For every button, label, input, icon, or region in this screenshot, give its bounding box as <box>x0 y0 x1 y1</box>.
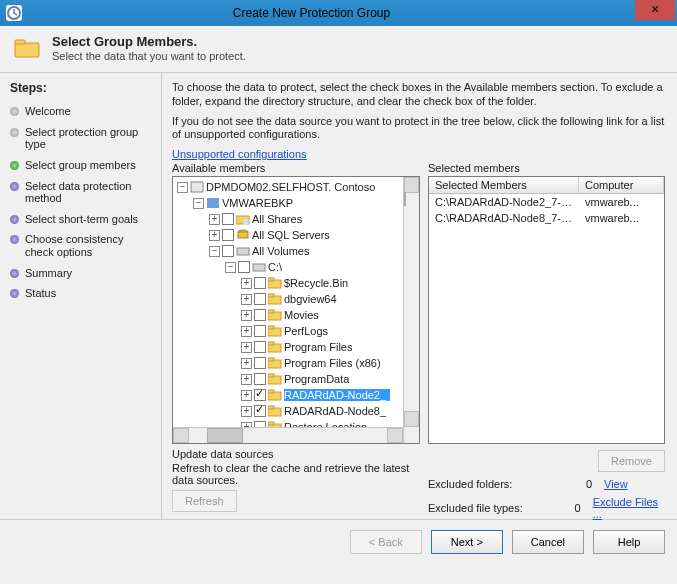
tree-folder[interactable]: RADARdAD-Node2_ <box>284 389 390 401</box>
tree-folder[interactable]: PerfLogs <box>284 325 332 337</box>
folder-icon <box>268 389 282 401</box>
tree-folder[interactable]: Program Files (x86) <box>284 357 385 369</box>
table-row[interactable]: C:\RADARdAD-Node8_7-26-6-...vmwareb... <box>429 210 664 226</box>
tree-folder[interactable]: dbgview64 <box>284 293 341 305</box>
expander-icon[interactable]: + <box>241 278 252 289</box>
tree-drive[interactable]: C:\ <box>268 261 282 273</box>
checkbox[interactable] <box>254 341 266 353</box>
column-header-computer[interactable]: Computer <box>579 177 664 193</box>
expander-icon[interactable]: + <box>241 294 252 305</box>
cell-computer: vmwareb... <box>579 194 664 210</box>
step-bullet-icon <box>10 107 19 116</box>
expander-icon[interactable]: + <box>209 214 220 225</box>
expander-icon[interactable]: + <box>241 358 252 369</box>
scroll-thumb[interactable] <box>404 192 406 206</box>
expander-icon[interactable]: − <box>177 182 188 193</box>
header-icon <box>14 37 42 59</box>
horizontal-scrollbar[interactable] <box>173 427 403 443</box>
exclude-files-link[interactable]: Exclude Files ... <box>593 496 665 520</box>
checkbox[interactable] <box>238 261 250 273</box>
available-members-tree[interactable]: − DPMDOM02.SELFHOST. Contoso − <box>172 176 420 444</box>
step-item[interactable]: Select data protection method <box>8 176 157 209</box>
scroll-right-icon[interactable] <box>387 428 403 443</box>
table-row[interactable]: C:\RADARdAD-Node2_7-26-6-...vmwareb... <box>429 194 664 210</box>
step-item[interactable]: Select group members <box>8 155 157 176</box>
step-item[interactable]: Welcome <box>8 101 157 122</box>
step-item[interactable]: Select protection group type <box>8 122 157 155</box>
checkbox[interactable] <box>254 277 266 289</box>
checkbox[interactable] <box>254 293 266 305</box>
checkbox[interactable] <box>222 245 234 257</box>
cell-computer: vmwareb... <box>579 210 664 226</box>
scroll-down-icon[interactable] <box>404 411 419 427</box>
expander-icon[interactable]: + <box>241 342 252 353</box>
unsupported-configurations-link[interactable]: Unsupported configurations <box>172 148 307 160</box>
expander-icon[interactable]: + <box>241 310 252 321</box>
checkbox[interactable] <box>254 405 266 417</box>
checkbox[interactable] <box>222 213 234 225</box>
close-icon: × <box>651 1 659 17</box>
checkbox[interactable] <box>254 373 266 385</box>
svg-rect-1 <box>15 43 39 57</box>
expander-icon[interactable]: + <box>241 374 252 385</box>
folder-icon <box>268 357 282 369</box>
server-icon <box>206 197 220 209</box>
expander-icon[interactable]: − <box>209 246 220 257</box>
checkbox[interactable] <box>254 309 266 321</box>
expander-icon[interactable]: − <box>193 198 204 209</box>
next-button[interactable]: Next > <box>431 530 503 554</box>
view-excluded-link[interactable]: View <box>604 478 628 490</box>
remove-button[interactable]: Remove <box>598 450 665 472</box>
step-item[interactable]: Status <box>8 283 157 304</box>
help-button[interactable]: Help <box>593 530 665 554</box>
scroll-left-icon[interactable] <box>173 428 189 443</box>
expander-icon[interactable]: + <box>241 390 252 401</box>
tree-group[interactable]: All Shares <box>252 213 302 225</box>
checkbox[interactable] <box>254 389 266 401</box>
tree-folder[interactable]: $Recycle.Bin <box>284 277 352 289</box>
step-label: Welcome <box>25 105 71 118</box>
checkbox[interactable] <box>222 229 234 241</box>
expander-icon[interactable]: + <box>241 406 252 417</box>
step-item[interactable]: Select short-term goals <box>8 209 157 230</box>
expander-icon[interactable]: + <box>241 326 252 337</box>
step-bullet-icon <box>10 182 19 191</box>
window-title: Create New Protection Group <box>0 6 635 20</box>
expander-icon[interactable]: − <box>225 262 236 273</box>
svg-rect-20 <box>268 342 274 345</box>
tree-server[interactable]: VMWAREBKP <box>222 197 293 209</box>
step-item[interactable]: Choose consistency check options <box>8 229 157 262</box>
svg-rect-4 <box>207 198 219 208</box>
refresh-button[interactable]: Refresh <box>172 490 237 512</box>
step-bullet-icon <box>10 235 19 244</box>
scroll-up-icon[interactable] <box>404 177 419 193</box>
svg-rect-9 <box>237 248 249 255</box>
tree-group[interactable]: All Volumes <box>252 245 309 257</box>
cancel-button[interactable]: Cancel <box>512 530 584 554</box>
folder-icon <box>268 293 282 305</box>
step-bullet-icon <box>10 161 19 170</box>
folder-icon <box>268 309 282 321</box>
tree-folder[interactable]: Program Files <box>284 341 356 353</box>
selected-members-grid[interactable]: Selected Members Computer C:\RADARdAD-No… <box>428 176 665 444</box>
scroll-thumb[interactable] <box>207 428 243 443</box>
step-item[interactable]: Summary <box>8 263 157 284</box>
tree-group[interactable]: All SQL Servers <box>252 229 330 241</box>
expander-icon[interactable]: + <box>209 230 220 241</box>
back-button[interactable]: < Back <box>350 530 422 554</box>
tree-folder[interactable]: Movies <box>284 309 323 321</box>
tree-folder[interactable]: ProgramData <box>284 373 353 385</box>
cell-member: C:\RADARdAD-Node2_7-26-6-... <box>429 194 579 210</box>
step-bullet-icon <box>10 215 19 224</box>
folder-icon <box>268 325 282 337</box>
checkbox[interactable] <box>254 325 266 337</box>
vertical-scrollbar[interactable] <box>403 177 419 443</box>
tree-root[interactable]: DPMDOM02.SELFHOST. Contoso <box>206 181 375 193</box>
close-button[interactable]: × <box>635 0 675 20</box>
steps-sidebar: Steps: WelcomeSelect protection group ty… <box>0 73 162 519</box>
title-bar: Create New Protection Group × <box>0 0 677 26</box>
tree-folder[interactable]: RADARdAD-Node8_ <box>284 405 390 417</box>
column-header-member[interactable]: Selected Members <box>429 177 579 193</box>
drive-icon <box>252 261 266 273</box>
checkbox[interactable] <box>254 357 266 369</box>
